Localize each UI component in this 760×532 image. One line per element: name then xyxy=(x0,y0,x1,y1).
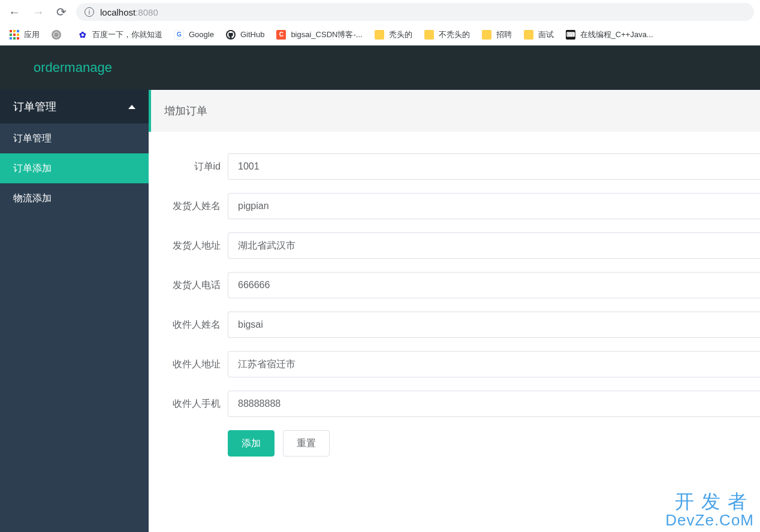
bookmark-google[interactable]: G Google xyxy=(174,30,214,40)
form-row-sender-name: 发货人姓名 xyxy=(149,193,760,219)
apps-label: 应用 xyxy=(24,29,40,40)
input-sender-phone[interactable] xyxy=(228,272,760,298)
input-sender-address[interactable] xyxy=(228,232,760,259)
bookmark-label: GitHub xyxy=(240,30,264,39)
form-row-recipient-phone: 收件人手机 xyxy=(149,391,760,417)
form-row-sender-address: 发货人地址 xyxy=(149,232,760,259)
panel-title: 增加订单 xyxy=(164,104,207,118)
bookmark-label: 招聘 xyxy=(496,29,512,40)
bookmark-csdn[interactable]: C bigsai_CSDN博客-... xyxy=(276,29,362,40)
bookmark-label: Google xyxy=(189,30,214,39)
order-form: 订单id 发货人姓名 发货人地址 发货人电话 收件人姓名 收件人地址 xyxy=(149,132,760,457)
form-buttons: 添加 重置 xyxy=(228,430,760,457)
sidebar-parent-order-manage[interactable]: 订单管理 xyxy=(0,90,149,123)
panel-header: 增加订单 xyxy=(149,90,760,132)
app-body: 订单管理 订单管理 订单添加 物流添加 增加订单 订单id 发货人姓名 xyxy=(0,90,760,532)
main-content: 增加订单 订单id 发货人姓名 发货人地址 发货人电话 收件人姓名 xyxy=(149,90,760,532)
code-icon: ⌨ xyxy=(566,30,575,40)
app-header: ordermanage xyxy=(0,46,760,90)
input-recipient-address[interactable] xyxy=(228,351,760,377)
reset-button[interactable]: 重置 xyxy=(283,430,330,457)
folder-icon xyxy=(424,30,434,40)
bookmark-label: 百度一下，你就知道 xyxy=(92,29,162,40)
csdn-icon: C xyxy=(276,30,286,40)
label-recipient-phone: 收件人手机 xyxy=(149,398,228,410)
bookmarks-bar: 应用 ✿ 百度一下，你就知道 G Google GitHub C bigsai_… xyxy=(0,24,760,46)
info-icon: i xyxy=(85,7,94,17)
apps-button[interactable]: 应用 xyxy=(10,29,40,40)
bookmark-globe[interactable] xyxy=(52,30,66,40)
bookmark-baidu[interactable]: ✿ 百度一下，你就知道 xyxy=(78,29,162,40)
bookmark-label: 秃头的 xyxy=(389,29,412,40)
globe-icon xyxy=(52,30,61,40)
label-sender-phone: 发货人电话 xyxy=(149,279,228,292)
folder-icon xyxy=(524,30,533,40)
bookmark-label: 面试 xyxy=(538,29,554,40)
form-row-recipient-name: 收件人姓名 xyxy=(149,312,760,338)
label-recipient-name: 收件人姓名 xyxy=(149,319,228,331)
form-row-sender-phone: 发货人电话 xyxy=(149,272,760,298)
bookmark-label: bigsai_CSDN博客-... xyxy=(291,29,362,40)
sidebar-item-order-manage[interactable]: 订单管理 xyxy=(0,123,149,153)
bookmark-coding[interactable]: ⌨ 在线编程_C++Java... xyxy=(566,29,653,40)
bookmark-folder-3[interactable]: 招聘 xyxy=(482,29,512,40)
input-sender-name[interactable] xyxy=(228,193,760,219)
bookmark-github[interactable]: GitHub xyxy=(226,30,264,40)
input-recipient-name[interactable] xyxy=(228,312,760,338)
forward-button[interactable]: → xyxy=(30,3,47,22)
bookmark-label: 不秃头的 xyxy=(439,29,470,40)
chevron-up-icon xyxy=(128,105,135,109)
sidebar: 订单管理 订单管理 订单添加 物流添加 xyxy=(0,90,149,532)
folder-icon xyxy=(482,30,491,40)
apps-icon xyxy=(10,30,19,40)
address-bar[interactable]: i localhost:8080 xyxy=(76,3,754,21)
folder-icon xyxy=(375,30,384,40)
bookmark-folder-1[interactable]: 秃头的 xyxy=(375,29,412,40)
label-order-id: 订单id xyxy=(149,161,228,173)
sidebar-item-label: 物流添加 xyxy=(13,192,52,205)
bookmark-folder-2[interactable]: 不秃头的 xyxy=(424,29,470,40)
baidu-icon: ✿ xyxy=(78,30,88,40)
url-text: localhost:8080 xyxy=(100,7,158,17)
label-recipient-address: 收件人地址 xyxy=(149,358,228,371)
brand[interactable]: ordermanage xyxy=(34,60,112,75)
github-icon xyxy=(226,30,236,40)
bookmark-label: 在线编程_C++Java... xyxy=(580,29,653,40)
bookmark-folder-4[interactable]: 面试 xyxy=(524,29,554,40)
sidebar-item-label: 订单添加 xyxy=(13,162,52,175)
input-order-id[interactable] xyxy=(228,153,760,180)
sidebar-parent-label: 订单管理 xyxy=(13,99,56,114)
label-sender-address: 发货人地址 xyxy=(149,240,228,252)
sidebar-item-order-add[interactable]: 订单添加 xyxy=(0,153,149,183)
form-row-recipient-address: 收件人地址 xyxy=(149,351,760,377)
form-row-order-id: 订单id xyxy=(149,153,760,180)
sidebar-item-label: 订单管理 xyxy=(13,132,52,145)
input-recipient-phone[interactable] xyxy=(228,391,760,417)
back-button[interactable]: ← xyxy=(6,3,23,22)
submit-button[interactable]: 添加 xyxy=(228,430,275,457)
reload-button[interactable]: ⟳ xyxy=(54,2,69,22)
google-icon: G xyxy=(174,30,184,40)
browser-toolbar: ← → ⟳ i localhost:8080 xyxy=(0,0,760,24)
label-sender-name: 发货人姓名 xyxy=(149,200,228,213)
sidebar-item-logistics-add[interactable]: 物流添加 xyxy=(0,183,149,213)
